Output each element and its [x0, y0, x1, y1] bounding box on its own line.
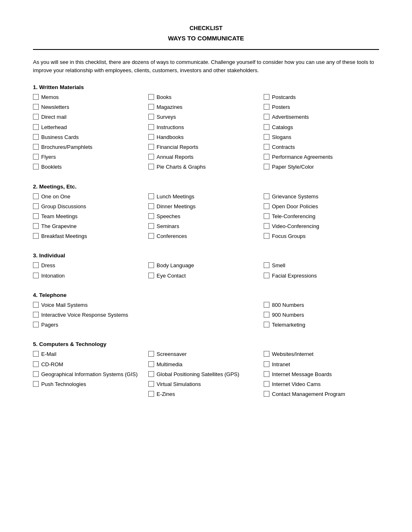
section-individual: 3. IndividualDressIntonationBody Languag… — [33, 252, 379, 280]
checkbox-icon[interactable] — [33, 312, 39, 318]
checkbox-icon[interactable] — [33, 351, 39, 357]
checkbox-icon[interactable] — [148, 351, 154, 357]
checkbox-icon[interactable] — [148, 124, 154, 130]
checkbox-icon[interactable] — [264, 322, 269, 327]
checkbox-icon[interactable] — [264, 94, 269, 100]
checkbox-icon[interactable] — [264, 302, 269, 308]
item-label: Smell — [272, 262, 379, 269]
item-label: The Grapevine — [41, 223, 148, 230]
checkbox-icon[interactable] — [33, 302, 39, 308]
checkbox-icon[interactable] — [33, 322, 39, 327]
item-label: Newsletters — [41, 104, 148, 111]
checkbox-icon[interactable] — [33, 104, 39, 110]
checkbox-icon[interactable] — [33, 203, 39, 209]
checkbox-icon[interactable] — [264, 124, 269, 130]
checkbox-icon[interactable] — [33, 134, 39, 140]
checkbox-icon[interactable] — [264, 223, 269, 229]
list-item: Flyers — [33, 153, 148, 162]
checkbox-icon[interactable] — [33, 144, 39, 150]
col-meetings-2: Lunch MeetingsDinner MeetingsSpeechesSem… — [148, 192, 264, 241]
list-item: Slogans — [264, 133, 379, 142]
checkbox-icon[interactable] — [148, 193, 154, 199]
list-item: Focus Groups — [264, 232, 379, 241]
checklist-grid-computers: E-MailCD-ROMGeographical Information Sys… — [33, 350, 379, 399]
checkbox-icon[interactable] — [33, 193, 39, 199]
checkbox-icon[interactable] — [264, 381, 269, 387]
list-item: Breakfast Meetings — [33, 232, 148, 241]
checklist-grid-individual: DressIntonationBody LanguageEye ContactS… — [33, 261, 379, 280]
checkbox-icon[interactable] — [148, 164, 154, 169]
checkbox-icon[interactable] — [148, 134, 154, 140]
list-item: Body Language — [148, 261, 264, 270]
checkbox-icon[interactable] — [33, 114, 39, 120]
item-label: Surveys — [157, 113, 264, 121]
item-label: Pie Charts & Graphs — [157, 163, 264, 171]
list-item: Voice Mail Systems — [33, 301, 148, 310]
checkbox-icon[interactable] — [33, 124, 39, 130]
checkbox-icon[interactable] — [148, 144, 154, 150]
checkbox-icon[interactable] — [264, 213, 269, 219]
item-label: Open Door Policies — [272, 203, 379, 210]
checkbox-icon[interactable] — [264, 134, 269, 140]
checkbox-icon[interactable] — [148, 213, 154, 219]
checkbox-icon[interactable] — [264, 144, 269, 150]
checkbox-icon[interactable] — [264, 114, 269, 120]
checkbox-icon[interactable] — [264, 164, 269, 169]
list-item: Catalogs — [264, 123, 379, 132]
col-telephone-1: Voice Mail SystemsInteractive Voice Resp… — [33, 301, 148, 330]
checkbox-icon[interactable] — [148, 262, 154, 268]
checkbox-icon[interactable] — [148, 273, 154, 278]
list-item: Geographical Information Systems (GIS) — [33, 370, 148, 379]
checkbox-icon[interactable] — [148, 361, 154, 367]
checkbox-icon[interactable] — [33, 273, 39, 278]
checkbox-icon[interactable] — [264, 203, 269, 209]
checkbox-icon[interactable] — [33, 262, 39, 268]
item-label: Paper Style/Color — [272, 163, 379, 171]
checkbox-icon[interactable] — [148, 114, 154, 120]
item-label: Brochures/Pamphlets — [41, 144, 148, 151]
checkbox-icon[interactable] — [148, 371, 154, 377]
list-item: Booklets — [33, 162, 148, 172]
checklist-grid-telephone: Voice Mail SystemsInteractive Voice Resp… — [33, 301, 379, 330]
checkbox-icon[interactable] — [264, 233, 269, 239]
checkbox-icon[interactable] — [264, 262, 269, 268]
list-item: Intranet — [264, 360, 379, 369]
checkbox-icon[interactable] — [148, 381, 154, 387]
item-label: Performance Agreements — [272, 153, 379, 161]
checkbox-icon[interactable] — [148, 391, 154, 397]
item-label: Direct mail — [41, 113, 148, 121]
checkbox-icon[interactable] — [33, 94, 39, 100]
checkbox-icon[interactable] — [264, 371, 269, 377]
checkbox-icon[interactable] — [264, 193, 269, 199]
item-label: 800 Numbers — [272, 301, 379, 309]
checkbox-icon[interactable] — [264, 154, 269, 160]
checkbox-icon[interactable] — [264, 391, 269, 397]
item-label: Contact Management Program — [272, 391, 379, 398]
list-item: Screensaver — [148, 350, 264, 359]
list-item: Virtual Simulations — [148, 380, 264, 389]
checkbox-icon[interactable] — [264, 104, 269, 110]
checkbox-icon[interactable] — [264, 312, 269, 318]
checkbox-icon[interactable] — [148, 154, 154, 160]
checkbox-icon[interactable] — [33, 164, 39, 169]
item-label: Internet Video Cams — [272, 381, 379, 388]
section-title-written-materials: 1. Written Materials — [33, 84, 379, 90]
checkbox-icon[interactable] — [148, 94, 154, 100]
checkbox-icon[interactable] — [33, 223, 39, 229]
checkbox-icon[interactable] — [148, 104, 154, 110]
checkbox-icon[interactable] — [264, 361, 269, 367]
item-label: Business Cards — [41, 134, 148, 141]
checkbox-icon[interactable] — [264, 351, 269, 357]
checkbox-icon[interactable] — [148, 233, 154, 239]
checkbox-icon[interactable] — [33, 381, 39, 387]
checkbox-icon[interactable] — [148, 203, 154, 209]
section-title-individual: 3. Individual — [33, 252, 379, 259]
checkbox-icon[interactable] — [33, 213, 39, 219]
checkbox-icon[interactable] — [33, 371, 39, 377]
checkbox-icon[interactable] — [148, 223, 154, 229]
checkbox-icon[interactable] — [264, 273, 269, 278]
checkbox-icon[interactable] — [33, 233, 39, 239]
checkbox-icon[interactable] — [33, 154, 39, 160]
item-label: Lunch Meetings — [157, 193, 264, 200]
checkbox-icon[interactable] — [33, 361, 39, 367]
